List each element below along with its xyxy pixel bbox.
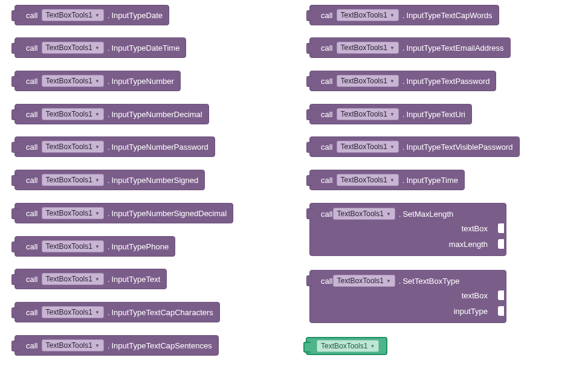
dropdown-label: TextBoxTools1 xyxy=(46,341,92,350)
call-keyword: call xyxy=(26,176,38,185)
method-name: InputTypeTextVisiblePassword xyxy=(406,143,512,152)
dot: . xyxy=(108,209,110,218)
dropdown-label: TextBoxTools1 xyxy=(46,77,92,85)
component-dropdown[interactable]: TextBoxTools1▼ xyxy=(42,207,104,219)
chevron-down-icon: ▼ xyxy=(95,277,100,282)
block-notch xyxy=(306,275,314,286)
component-reference-block[interactable]: TextBoxTools1▼ xyxy=(306,337,387,355)
dropdown-label: TextBoxTools1 xyxy=(337,210,384,218)
method-block[interactable]: callTextBoxTools1▼.InputTypeTextEmailAdd… xyxy=(309,37,511,58)
block-notch xyxy=(306,76,314,87)
param-socket[interactable] xyxy=(491,306,497,316)
call-keyword: call xyxy=(26,209,38,218)
component-dropdown[interactable]: TextBoxTools1▼ xyxy=(337,141,399,153)
method-name: InputTypeDate xyxy=(111,11,163,20)
call-keyword: call xyxy=(321,77,333,86)
method-block[interactable]: callTextBoxTools1▼.InputTypePhone xyxy=(15,236,175,257)
param-socket[interactable] xyxy=(491,290,497,300)
param-label: inputType xyxy=(454,307,488,316)
block-notch xyxy=(11,274,19,285)
method-block[interactable]: callTextBoxTools1▼.InputTypeTextCapWords xyxy=(309,5,499,25)
dot: . xyxy=(108,176,110,185)
component-dropdown[interactable]: TextBoxTools1▼ xyxy=(42,9,104,21)
method-block[interactable]: callTextBoxTools1▼.InputTypeTextUri xyxy=(309,104,472,124)
param-row: maxLength xyxy=(321,236,500,252)
chevron-down-icon: ▼ xyxy=(386,278,391,284)
chevron-down-icon: ▼ xyxy=(95,78,100,84)
method-block[interactable]: callTextBoxTools1▼.InputTypeTextPassword xyxy=(309,71,496,91)
dropdown-label: TextBoxTools1 xyxy=(46,176,92,184)
component-dropdown[interactable]: TextBoxTools1▼ xyxy=(317,340,379,352)
method-name: InputTypeTextCapSentences xyxy=(111,341,212,350)
method-name: InputTypeNumberPassword xyxy=(111,143,208,152)
chevron-down-icon: ▼ xyxy=(95,310,100,315)
component-dropdown[interactable]: TextBoxTools1▼ xyxy=(42,141,104,153)
chevron-down-icon: ▼ xyxy=(390,78,395,84)
block-notch xyxy=(11,208,19,219)
dot: . xyxy=(108,110,110,119)
call-keyword: call xyxy=(321,11,333,20)
component-dropdown[interactable]: TextBoxTools1▼ xyxy=(42,108,104,120)
param-socket[interactable] xyxy=(491,239,497,249)
chevron-down-icon: ▼ xyxy=(95,343,100,348)
block-notch xyxy=(306,175,314,186)
param-label: textBox xyxy=(462,291,488,300)
component-dropdown[interactable]: TextBoxTools1▼ xyxy=(42,273,104,285)
method-name: InputTypeNumberSignedDecimal xyxy=(111,209,227,218)
dropdown-label: TextBoxTools1 xyxy=(341,110,387,118)
method-block[interactable]: callTextBoxTools1▼.InputTypeNumberSigned… xyxy=(15,203,233,223)
component-dropdown[interactable]: TextBoxTools1▼ xyxy=(42,75,104,87)
chevron-down-icon: ▼ xyxy=(390,112,395,117)
call-keyword: call xyxy=(321,110,333,119)
param-socket[interactable] xyxy=(491,223,497,233)
method-block[interactable]: callTextBoxTools1▼.InputTypeTextCapChara… xyxy=(15,302,220,322)
component-dropdown[interactable]: TextBoxTools1▼ xyxy=(337,108,399,120)
method-block[interactable]: callTextBoxTools1▼.InputTypeNumberPasswo… xyxy=(15,136,215,157)
call-keyword: call xyxy=(26,341,38,350)
call-keyword: call xyxy=(321,277,333,286)
component-dropdown[interactable]: TextBoxTools1▼ xyxy=(42,306,104,318)
param-label: textBox xyxy=(462,224,488,233)
component-dropdown[interactable]: TextBoxTools1▼ xyxy=(337,42,399,54)
method-name: InputTypeTextCapWords xyxy=(406,11,492,20)
method-block[interactable]: callTextBoxTools1▼.InputTypeNumberDecima… xyxy=(15,104,209,124)
dot: . xyxy=(402,77,405,86)
chevron-down-icon: ▼ xyxy=(386,211,391,217)
block-notch xyxy=(306,43,314,54)
component-dropdown[interactable]: TextBoxTools1▼ xyxy=(42,339,104,351)
dropdown-label: TextBoxTools1 xyxy=(337,277,384,285)
component-dropdown[interactable]: TextBoxTools1▼ xyxy=(337,174,399,186)
method-name: InputTypeNumberSigned xyxy=(111,176,198,185)
method-block-with-params[interactable]: callTextBoxTools1▼.SetTextBoxTypetextBox… xyxy=(309,270,506,323)
component-dropdown[interactable]: TextBoxTools1▼ xyxy=(333,208,395,220)
dot: . xyxy=(108,143,110,152)
method-block-with-params[interactable]: callTextBoxTools1▼.SetMaxLengthtextBoxma… xyxy=(309,203,506,256)
component-dropdown[interactable]: TextBoxTools1▼ xyxy=(337,75,399,87)
chevron-down-icon: ▼ xyxy=(95,244,100,249)
chevron-down-icon: ▼ xyxy=(390,178,395,183)
component-dropdown[interactable]: TextBoxTools1▼ xyxy=(337,9,399,21)
block-notch xyxy=(11,175,19,186)
component-dropdown[interactable]: TextBoxTools1▼ xyxy=(333,275,395,287)
method-name: InputTypeText xyxy=(111,275,160,284)
dropdown-label: TextBoxTools1 xyxy=(46,11,92,19)
dropdown-label: TextBoxTools1 xyxy=(341,43,387,52)
component-dropdown[interactable]: TextBoxTools1▼ xyxy=(42,42,104,54)
method-block[interactable]: callTextBoxTools1▼.InputTypeDate xyxy=(15,5,169,25)
method-block[interactable]: callTextBoxTools1▼.InputTypeTextVisibleP… xyxy=(309,136,520,157)
method-block[interactable]: callTextBoxTools1▼.InputTypeTextCapSente… xyxy=(15,335,219,356)
component-dropdown[interactable]: TextBoxTools1▼ xyxy=(42,174,104,186)
method-block[interactable]: callTextBoxTools1▼.InputTypeNumber xyxy=(15,71,181,91)
component-dropdown[interactable]: TextBoxTools1▼ xyxy=(42,240,104,252)
method-block[interactable]: callTextBoxTools1▼.InputTypeText xyxy=(15,269,167,289)
block-notch xyxy=(306,109,314,120)
call-keyword: call xyxy=(321,43,333,53)
call-keyword: call xyxy=(26,143,38,152)
dropdown-label: TextBoxTools1 xyxy=(321,342,367,350)
method-block[interactable]: callTextBoxTools1▼.InputTypeDateTime xyxy=(15,37,186,58)
chevron-down-icon: ▼ xyxy=(95,144,100,150)
method-name: InputTypeTextEmailAddress xyxy=(406,43,503,53)
dropdown-label: TextBoxTools1 xyxy=(46,275,92,283)
method-block[interactable]: callTextBoxTools1▼.InputTypeNumberSigned xyxy=(15,170,205,190)
method-block[interactable]: callTextBoxTools1▼.InputTypeTime xyxy=(309,170,465,190)
